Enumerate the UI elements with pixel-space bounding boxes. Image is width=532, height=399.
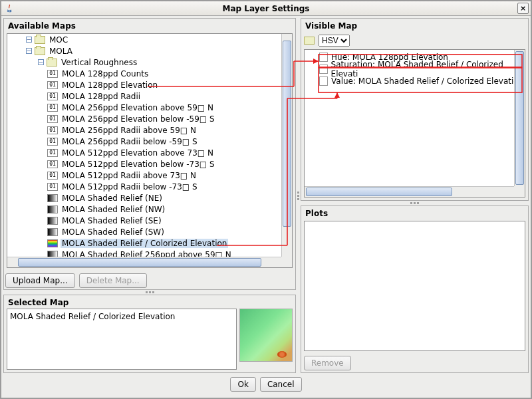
tree-label: MOLA bbox=[48, 47, 74, 56]
tree-label: MOLA 128ppd Counts bbox=[61, 69, 150, 78]
tree-leaf-colorized[interactable]: MOLA Shaded Relief / Colorized Elevation bbox=[7, 237, 281, 249]
available-maps-buttons: Upload Map... Delete Map... bbox=[4, 271, 295, 289]
right-column: Visible Map HSV Hue: MOLA 128ppd Elevati… bbox=[301, 18, 529, 373]
tree-leaf[interactable]: 01MOLA 128ppd Radii bbox=[7, 90, 281, 102]
available-maps-panel: Available Maps − MOC bbox=[3, 18, 296, 290]
tree-leaf[interactable]: 01MOLA 128ppd Elevation bbox=[7, 79, 281, 90]
tree-leaf[interactable]: 01MOLA 256ppd Radii below -59□ S bbox=[7, 136, 281, 147]
tree-leaf[interactable]: 01MOLA 256ppd Elevation below -59□ S bbox=[7, 113, 281, 124]
close-button[interactable]: × bbox=[517, 3, 529, 14]
selected-map-preview bbox=[239, 309, 293, 362]
hsv-select[interactable]: HSV bbox=[319, 35, 350, 47]
tree-label: MOLA 256ppd Radii below -59□ S bbox=[61, 137, 199, 146]
plots-title: Plots bbox=[301, 206, 528, 219]
tree-leaf[interactable]: 01MOLA 128ppd Counts bbox=[7, 68, 281, 79]
tree-leaf[interactable]: MOLA Shaded Relief (SW) bbox=[7, 226, 281, 237]
map-icon bbox=[47, 194, 58, 202]
tree-label: MOLA 512ppd Elevation below -73□ S bbox=[61, 160, 216, 169]
upload-map-button[interactable]: Upload Map... bbox=[5, 273, 75, 288]
vertical-splitter[interactable] bbox=[296, 18, 301, 373]
expand-icon[interactable]: − bbox=[26, 48, 32, 54]
selected-map-title: Selected Map bbox=[4, 295, 295, 309]
tree-label: MOLA Shaded Relief (SW) bbox=[61, 227, 166, 237]
map-icon bbox=[47, 228, 58, 236]
delete-map-button[interactable]: Delete Map... bbox=[79, 273, 147, 288]
folder-icon bbox=[35, 47, 45, 55]
tree-label: MOLA 128ppd Elevation bbox=[61, 80, 159, 90]
visible-map-list[interactable]: Hue: MOLA 128ppd Elevation Saturation: M… bbox=[304, 49, 525, 198]
tree-label: MOLA 512ppd Radii above 73□ N bbox=[61, 171, 198, 180]
available-maps-title: Available Maps bbox=[4, 19, 295, 32]
vertical-scrollbar[interactable] bbox=[281, 34, 292, 257]
selected-map-name: MOLA Shaded Relief / Colorized Elevation bbox=[7, 309, 237, 370]
tree-node-moc[interactable]: − MOC bbox=[7, 34, 281, 45]
visible-item-label: Value: MOLA Shaded Relief / Colorized El… bbox=[331, 76, 523, 86]
content: Available Maps − MOC bbox=[1, 16, 531, 398]
tree-label: MOLA Shaded Relief (NE) bbox=[61, 194, 164, 203]
tree-node-mola[interactable]: − MOLA bbox=[7, 45, 281, 57]
folder-icon bbox=[304, 37, 315, 45]
map-icon: 01 bbox=[47, 149, 58, 157]
tree-leaf[interactable]: MOLA Shaded Relief (NE) bbox=[7, 192, 281, 203]
available-maps-tree[interactable]: − MOC − bbox=[7, 34, 281, 257]
tree-node-vertical-roughness[interactable]: − Vertical Roughness bbox=[7, 57, 281, 68]
dialog-window: Map Layer Settings × Available Maps bbox=[0, 0, 532, 399]
horizontal-scrollbar[interactable] bbox=[305, 186, 514, 197]
tree-label: MOLA 512ppd Radii below -73□ S bbox=[61, 182, 199, 192]
tree-label: MOLA 256ppd Elevation above 59□ N bbox=[61, 103, 215, 112]
map-icon: 01 bbox=[47, 70, 58, 78]
main-split: Available Maps − MOC bbox=[3, 18, 529, 373]
window-title: Map Layer Settings bbox=[1, 4, 531, 13]
tree-leaf[interactable]: MOLA Shaded Relief (SE) bbox=[7, 215, 281, 226]
available-maps-tree-container: − MOC − bbox=[7, 33, 293, 268]
tree-leaf[interactable]: 01MOLA 256ppd Elevation above 59□ N bbox=[7, 102, 281, 113]
tree-label: MOLA 512ppd Elevation above 73□ N bbox=[61, 148, 215, 158]
map-icon: 01 bbox=[47, 81, 58, 89]
horizontal-scrollbar[interactable] bbox=[7, 257, 281, 267]
visible-map-item-saturation[interactable]: Saturation: MOLA Shaded Relief / Coloriz… bbox=[317, 63, 525, 75]
tree-label: MOLA Shaded Relief 256ppd above 59□ N bbox=[61, 250, 233, 257]
remove-button[interactable]: Remove bbox=[304, 356, 351, 370]
map-icon: 01 bbox=[47, 104, 58, 112]
titlebar: Map Layer Settings × bbox=[1, 1, 531, 16]
expand-icon[interactable]: − bbox=[38, 59, 44, 65]
horizontal-splitter[interactable] bbox=[3, 290, 296, 295]
tree-label: Vertical Roughness bbox=[60, 58, 138, 67]
map-icon: 01 bbox=[47, 172, 58, 180]
dialog-buttons: Ok Cancel bbox=[3, 373, 529, 396]
close-icon: × bbox=[520, 4, 526, 13]
tree-label: MOLA 256ppd Radii above 59□ N bbox=[61, 126, 198, 135]
tree-label-selected: MOLA Shaded Relief / Colorized Elevation bbox=[61, 239, 228, 248]
plots-panel: Plots Remove bbox=[301, 205, 529, 373]
tree-leaf[interactable]: 01MOLA 256ppd Radii above 59□ N bbox=[7, 124, 281, 136]
map-icon: 01 bbox=[47, 115, 58, 123]
cancel-button[interactable]: Cancel bbox=[260, 377, 302, 392]
map-icon: 01 bbox=[47, 92, 58, 100]
tree-label: MOLA 128ppd Radii bbox=[61, 92, 142, 101]
tree-leaf[interactable]: 01MOLA 512ppd Elevation above 73□ N bbox=[7, 147, 281, 158]
horizontal-splitter-right[interactable] bbox=[301, 201, 529, 205]
vertical-scrollbar[interactable] bbox=[514, 50, 525, 186]
tree-leaf[interactable]: MOLA Shaded Relief 256ppd above 59□ N bbox=[7, 249, 281, 257]
doc-icon bbox=[319, 76, 328, 86]
expand-icon[interactable]: − bbox=[26, 37, 32, 43]
map-icon: 01 bbox=[47, 138, 58, 146]
tree-label: MOLA Shaded Relief (SE) bbox=[61, 216, 163, 225]
folder-icon bbox=[35, 36, 45, 44]
visible-map-header: HSV bbox=[301, 32, 528, 48]
visible-map-panel: Visible Map HSV Hue: MOLA 128ppd Elevati… bbox=[301, 18, 529, 201]
plots-area bbox=[304, 221, 525, 351]
scrollbar-corner bbox=[281, 257, 292, 267]
visible-map-item-value[interactable]: Value: MOLA Shaded Relief / Colorized El… bbox=[317, 75, 525, 87]
ok-button[interactable]: Ok bbox=[230, 377, 255, 392]
tree-leaf[interactable]: 01MOLA 512ppd Radii below -73□ S bbox=[7, 181, 281, 192]
tree-leaf[interactable]: 01MOLA 512ppd Radii above 73□ N bbox=[7, 170, 281, 181]
left-column: Available Maps − MOC bbox=[3, 18, 296, 373]
tree-label: MOLA Shaded Relief (NW) bbox=[61, 205, 166, 214]
doc-icon bbox=[319, 65, 328, 74]
map-icon bbox=[47, 251, 58, 257]
tree-leaf[interactable]: 01MOLA 512ppd Elevation below -73□ S bbox=[7, 158, 281, 170]
visible-map-title: Visible Map bbox=[301, 19, 528, 32]
tree-leaf[interactable]: MOLA Shaded Relief (NW) bbox=[7, 203, 281, 215]
map-icon bbox=[47, 205, 58, 213]
